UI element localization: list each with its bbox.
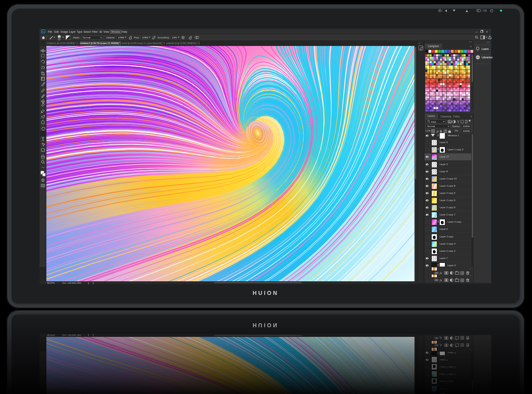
svg-text:T: T: [457, 120, 459, 124]
svg-text:fx: fx: [440, 279, 442, 282]
svg-text:fx: fx: [440, 271, 442, 275]
